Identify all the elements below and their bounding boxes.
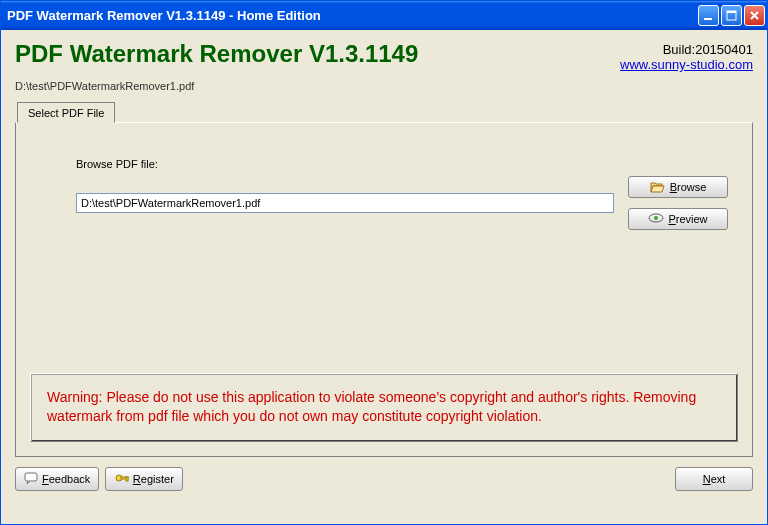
file-row: Browse Preview bbox=[76, 176, 728, 230]
app-title: PDF Watermark Remover V1.3.1149 bbox=[15, 40, 620, 68]
tab-area: Select PDF File Browse PDF file: Browse bbox=[15, 102, 753, 457]
header-row: PDF Watermark Remover V1.3.1149 Build:20… bbox=[15, 40, 753, 72]
website-link[interactable]: www.sunny-studio.com bbox=[620, 57, 753, 72]
bottom-bar: Feedback Register Next bbox=[15, 457, 753, 491]
app-window: PDF Watermark Remover V1.3.1149 - Home E… bbox=[0, 0, 768, 525]
next-button[interactable]: Next bbox=[675, 467, 753, 491]
tab-body: Browse PDF file: Browse bbox=[15, 122, 753, 457]
minimize-button[interactable] bbox=[698, 5, 719, 26]
tab-select-pdf[interactable]: Select PDF File bbox=[17, 102, 115, 123]
register-button[interactable]: Register bbox=[105, 467, 183, 491]
file-path-input[interactable] bbox=[76, 193, 614, 213]
titlebar: PDF Watermark Remover V1.3.1149 - Home E… bbox=[1, 1, 767, 30]
svg-rect-5 bbox=[25, 473, 37, 481]
preview-button-label: Preview bbox=[668, 213, 707, 225]
browse-label: Browse PDF file: bbox=[76, 158, 728, 170]
maximize-button[interactable] bbox=[721, 5, 742, 26]
browse-button[interactable]: Browse bbox=[628, 176, 728, 198]
window-controls bbox=[698, 5, 765, 26]
svg-rect-0 bbox=[704, 18, 712, 20]
folder-open-icon bbox=[650, 180, 666, 195]
header-right: Build:20150401 www.sunny-studio.com bbox=[620, 40, 753, 72]
speech-bubble-icon bbox=[24, 472, 38, 486]
side-buttons: Browse Preview bbox=[628, 176, 728, 230]
svg-rect-2 bbox=[727, 11, 736, 13]
svg-point-4 bbox=[654, 216, 658, 220]
preview-button[interactable]: Preview bbox=[628, 208, 728, 230]
file-path-display: D:\test\PDFWatermarkRemover1.pdf bbox=[15, 80, 753, 92]
browse-button-label: Browse bbox=[670, 181, 707, 193]
close-button[interactable] bbox=[744, 5, 765, 26]
build-text: Build:20150401 bbox=[620, 42, 753, 57]
warning-box: Warning: Please do not use this applicat… bbox=[30, 373, 738, 442]
register-button-label: Register bbox=[133, 473, 174, 485]
key-icon bbox=[115, 472, 129, 486]
svg-rect-8 bbox=[126, 477, 128, 481]
eye-icon bbox=[648, 213, 664, 225]
window-title: PDF Watermark Remover V1.3.1149 - Home E… bbox=[7, 8, 698, 23]
feedback-button[interactable]: Feedback bbox=[15, 467, 99, 491]
next-button-label: Next bbox=[703, 473, 726, 485]
content-area: PDF Watermark Remover V1.3.1149 Build:20… bbox=[1, 30, 767, 524]
feedback-button-label: Feedback bbox=[42, 473, 90, 485]
